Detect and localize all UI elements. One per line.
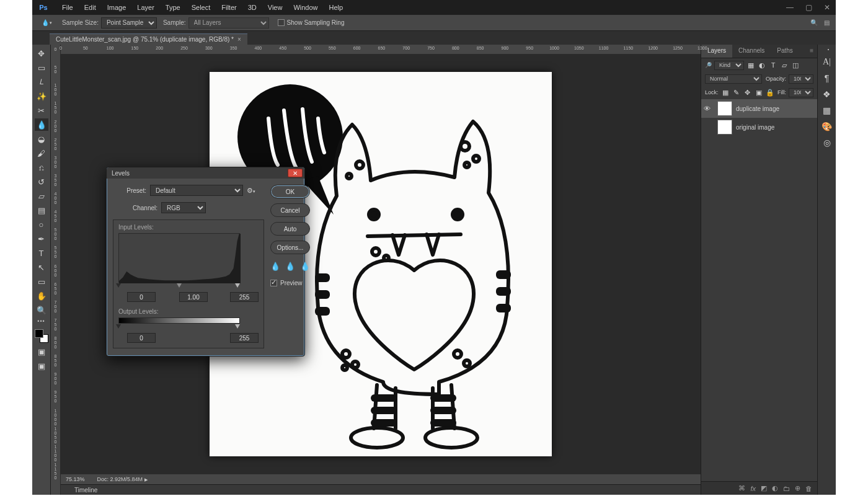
paragraph-panel-icon[interactable]: ¶ bbox=[825, 73, 830, 83]
input-gamma-field[interactable] bbox=[179, 292, 208, 302]
path-tool[interactable]: ↖ bbox=[35, 261, 48, 273]
screen-mode-button[interactable]: ▣ bbox=[35, 360, 48, 372]
black-point-slider[interactable] bbox=[116, 283, 121, 288]
ok-button[interactable]: OK bbox=[270, 185, 310, 198]
gradient-tool[interactable]: ▤ bbox=[35, 204, 48, 216]
menu-filter[interactable]: Filter bbox=[216, 1, 241, 14]
lock-brush-icon[interactable]: ✎ bbox=[732, 89, 741, 97]
filter-type-icon[interactable]: T bbox=[769, 61, 777, 69]
output-white-slider[interactable] bbox=[235, 324, 240, 329]
stamp-tool[interactable]: ⎌ bbox=[35, 161, 48, 174]
filter-shape-icon[interactable]: ▱ bbox=[780, 61, 789, 69]
menu-layer[interactable]: Layer bbox=[132, 1, 159, 14]
brush-tool[interactable]: 🖌 bbox=[35, 147, 48, 159]
black-eyedropper-icon[interactable]: 💧 bbox=[270, 262, 280, 271]
move-tool[interactable]: ✥ bbox=[35, 47, 48, 60]
layer-filter-kind[interactable]: Kind bbox=[714, 61, 744, 70]
window-minimize-button[interactable]: — bbox=[781, 3, 799, 12]
adjustment-icon[interactable]: ◐ bbox=[772, 484, 778, 492]
menu-3d[interactable]: 3D bbox=[243, 1, 262, 14]
dialog-titlebar[interactable]: Levels ✕ bbox=[107, 167, 304, 179]
menu-type[interactable]: Type bbox=[161, 1, 185, 14]
input-white-field[interactable] bbox=[230, 292, 259, 302]
fx-icon[interactable]: fx bbox=[750, 485, 756, 492]
menu-edit[interactable]: Edit bbox=[79, 1, 101, 14]
window-maximize-button[interactable]: ▢ bbox=[800, 3, 817, 12]
panel-tab-channels[interactable]: Channels bbox=[732, 45, 771, 58]
menu-window[interactable]: Window bbox=[288, 1, 322, 14]
eyedropper-tool[interactable]: 💧 bbox=[35, 118, 48, 131]
libraries-panel-icon[interactable]: ◎ bbox=[823, 138, 831, 148]
gamma-slider[interactable] bbox=[177, 283, 182, 288]
window-close-button[interactable]: ✕ bbox=[818, 3, 836, 12]
hand-tool[interactable]: ✋ bbox=[35, 290, 48, 302]
dodge-tool[interactable]: ○ bbox=[35, 218, 48, 231]
group-icon[interactable]: 🗀 bbox=[783, 485, 790, 492]
input-black-field[interactable] bbox=[127, 292, 156, 302]
crop-tool[interactable]: ✂ bbox=[35, 104, 48, 117]
lock-position-icon[interactable]: ✥ bbox=[743, 89, 752, 97]
gray-eyedropper-icon[interactable]: 💧 bbox=[285, 262, 295, 271]
spot-heal-tool[interactable]: ◒ bbox=[35, 133, 48, 145]
type-tool[interactable]: T bbox=[35, 247, 48, 259]
opacity-input[interactable]: 100% bbox=[789, 74, 813, 84]
white-point-slider[interactable] bbox=[235, 283, 240, 288]
output-black-field[interactable] bbox=[127, 333, 156, 343]
timeline-panel-tab[interactable]: Timeline bbox=[61, 484, 701, 495]
dialog-close-button[interactable]: ✕ bbox=[288, 169, 303, 177]
show-sampling-ring-checkbox[interactable]: Show Sampling Ring bbox=[278, 19, 345, 26]
lock-artboard-icon[interactable]: ▣ bbox=[755, 89, 763, 97]
shape-tool[interactable]: ▭ bbox=[35, 275, 48, 288]
fill-input[interactable]: 100% bbox=[789, 88, 813, 97]
zoom-tool[interactable]: 🔍 bbox=[35, 304, 48, 316]
options-button[interactable]: Options... bbox=[270, 241, 310, 254]
lasso-tool[interactable]: 𝘓 bbox=[35, 76, 48, 88]
magic-wand-tool[interactable]: ✨ bbox=[35, 90, 48, 102]
quick-mask-button[interactable]: ▣ bbox=[35, 345, 48, 358]
sample-select[interactable]: All Layers bbox=[188, 17, 269, 29]
workspace-icon[interactable]: ▤ bbox=[824, 19, 830, 26]
panel-tab-paths[interactable]: Paths bbox=[771, 45, 799, 58]
menu-help[interactable]: Help bbox=[324, 1, 348, 14]
layer-row[interactable]: original image bbox=[701, 118, 817, 136]
filter-pixel-icon[interactable]: ▦ bbox=[746, 61, 755, 69]
preview-checkbox[interactable] bbox=[270, 280, 277, 286]
layer-row[interactable]: 👁duplicate image bbox=[701, 99, 817, 118]
layer-thumbnail[interactable] bbox=[717, 101, 732, 116]
history-brush-tool[interactable]: ↺ bbox=[35, 175, 48, 188]
preset-select[interactable]: Default bbox=[150, 185, 243, 196]
visibility-icon[interactable]: 👁 bbox=[701, 105, 712, 112]
link-layers-icon[interactable]: ⌘ bbox=[738, 484, 745, 492]
menu-file[interactable]: File bbox=[57, 1, 78, 14]
menu-image[interactable]: Image bbox=[102, 1, 131, 14]
preset-menu-icon[interactable]: ⚙▾ bbox=[247, 187, 255, 195]
auto-button[interactable]: Auto bbox=[270, 222, 310, 236]
delete-layer-icon[interactable]: 🗑 bbox=[805, 485, 812, 492]
filter-smart-icon[interactable]: ◫ bbox=[791, 61, 800, 69]
levels-dialog[interactable]: Levels ✕ Preset: Default ⚙▾ Channel: RGB… bbox=[106, 167, 305, 356]
filter-adjust-icon[interactable]: ◐ bbox=[758, 61, 766, 69]
cancel-button[interactable]: Cancel bbox=[270, 203, 310, 217]
lock-all-icon[interactable]: 🔒 bbox=[766, 89, 774, 97]
foreground-background-swatch[interactable] bbox=[34, 329, 49, 343]
channel-select[interactable]: RGB bbox=[161, 202, 206, 213]
sample-size-select[interactable]: Point Sample bbox=[101, 17, 157, 29]
zoom-readout[interactable]: 75.13% bbox=[66, 476, 85, 482]
glyphs-panel-icon[interactable]: ❖ bbox=[823, 89, 831, 99]
close-tab-icon[interactable]: × bbox=[237, 36, 241, 43]
blend-mode-select[interactable]: Normal bbox=[705, 74, 762, 84]
character-panel-icon[interactable]: A| bbox=[823, 57, 831, 67]
mask-icon[interactable]: ◩ bbox=[761, 484, 767, 492]
lock-pixels-icon[interactable]: ▦ bbox=[721, 89, 730, 97]
panel-menu-icon[interactable]: ≡ bbox=[806, 45, 817, 58]
eraser-tool[interactable]: ▱ bbox=[35, 190, 48, 202]
marquee-tool[interactable]: ▭ bbox=[35, 61, 48, 74]
search-icon[interactable]: 🔍 bbox=[810, 19, 818, 26]
tool-overflow[interactable]: ••• bbox=[37, 318, 45, 324]
output-white-field[interactable] bbox=[230, 333, 259, 343]
white-eyedropper-icon[interactable]: 💧 bbox=[300, 262, 310, 271]
menu-select[interactable]: Select bbox=[187, 1, 216, 14]
layer-thumbnail[interactable] bbox=[717, 120, 732, 135]
output-black-slider[interactable] bbox=[116, 324, 121, 329]
new-layer-icon[interactable]: ⊕ bbox=[795, 484, 800, 492]
